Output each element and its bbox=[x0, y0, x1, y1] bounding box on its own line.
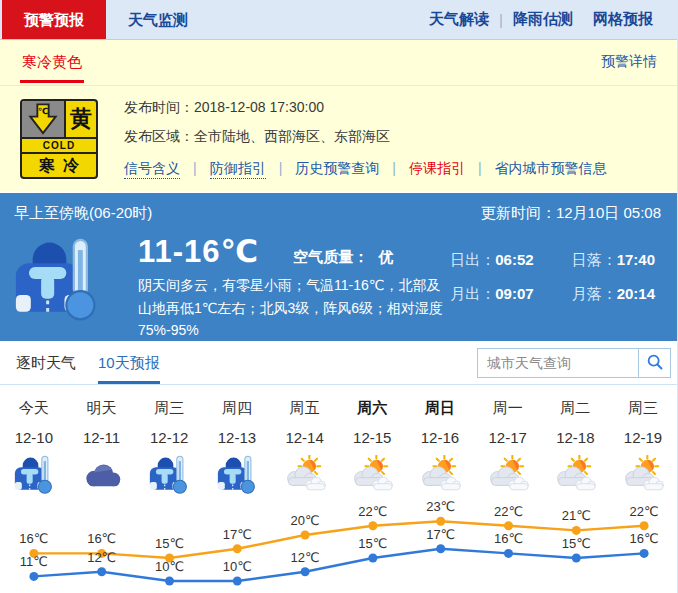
link-separator: | bbox=[478, 160, 482, 176]
svg-text:11℃: 11℃ bbox=[20, 554, 48, 569]
weather-description: 阴天间多云，有零星小雨；气温11-16℃，北部及山地再低1℃左右；北风3级，阵风… bbox=[138, 274, 450, 342]
publish-area-value: 全市陆地、西部海区、东部海区 bbox=[194, 128, 390, 144]
search-button[interactable] bbox=[638, 349, 670, 377]
svg-text:12℃: 12℃ bbox=[87, 550, 116, 565]
sun-moon-times: 日出：06:52 日落：17:40 月出：09:07 月落：20:14 bbox=[450, 251, 655, 342]
day-date: 12-18 bbox=[542, 429, 610, 446]
day-weather-icon bbox=[68, 453, 136, 497]
svg-text:17℃: 17℃ bbox=[426, 527, 455, 542]
forecast-day-column[interactable]: 明天 12-11 bbox=[68, 399, 136, 497]
svg-text:16℃: 16℃ bbox=[87, 531, 116, 546]
day-name: 周日 bbox=[406, 399, 474, 418]
sunset-value: 17:40 bbox=[617, 251, 655, 268]
ten-day-forecast: 今天 12-10 明天 12-11 周三 12-12 bbox=[0, 385, 677, 593]
svg-text:12℃: 12℃ bbox=[291, 550, 320, 565]
warning-links: 信号含义|防御指引|历史预警查询|停课指引|省内城市预警信息 bbox=[124, 160, 607, 178]
forecast-day-column[interactable]: 周日 12-16 bbox=[406, 399, 474, 497]
panel-header: 早上至傍晚(06-20时) 更新时间：12月10日 05:08 bbox=[0, 193, 677, 223]
warning-name: 寒冷 bbox=[22, 154, 96, 179]
warning-sign-top: ℃ 黄 bbox=[22, 101, 96, 139]
svg-text:16℃: 16℃ bbox=[630, 531, 659, 546]
city-search-box bbox=[477, 348, 671, 378]
day-weather-icon bbox=[406, 453, 474, 497]
forecast-day-column[interactable]: 周四 12-13 bbox=[203, 399, 271, 497]
panel-body: 11-16℃ 空气质量：优 阴天间多云，有零星小雨；气温11-16℃，北部及山地… bbox=[0, 223, 677, 342]
day-date: 12-16 bbox=[406, 429, 474, 446]
sunrise-label: 日出： bbox=[450, 251, 495, 268]
svg-text:15℃: 15℃ bbox=[358, 536, 387, 551]
moonrise-value: 09:07 bbox=[495, 285, 533, 302]
moonrise-label: 月出： bbox=[450, 285, 495, 302]
day-date: 12-19 bbox=[609, 429, 677, 446]
temperature-range: 11-16℃ bbox=[138, 233, 259, 270]
link-separator: | bbox=[193, 160, 197, 176]
moonrise-time: 月出：09:07 bbox=[450, 285, 533, 304]
publish-time-label: 发布时间： bbox=[124, 99, 194, 115]
link-separator: | bbox=[392, 160, 396, 176]
day-name: 明天 bbox=[68, 399, 136, 418]
forecast-day-column[interactable]: 周六 12-15 bbox=[338, 399, 406, 497]
forecast-day-column[interactable]: 今天 12-10 bbox=[0, 399, 68, 497]
publish-time-line: 发布时间：2018-12-08 17:30:00 bbox=[124, 99, 607, 117]
tab-ten-day-forecast[interactable]: 10天预报 bbox=[98, 341, 160, 384]
temperature-chart: 16℃16℃15℃17℃20℃22℃23℃22℃21℃22℃11℃12℃10℃1… bbox=[0, 497, 678, 593]
sunset-label: 日落： bbox=[572, 251, 617, 268]
nav-link-rain-estimate[interactable]: 降雨估测 bbox=[513, 10, 573, 29]
day-weather-icon bbox=[542, 453, 610, 497]
nav-separator: | bbox=[499, 11, 503, 28]
svg-text:22℃: 22℃ bbox=[494, 504, 523, 519]
warning-link-class-suspension[interactable]: 停课指引 bbox=[409, 160, 465, 176]
warning-link-defense-guide[interactable]: 防御指引 bbox=[210, 160, 266, 179]
warning-details-link[interactable]: 预警详情 bbox=[601, 53, 657, 71]
nav-tab-warning-forecast[interactable]: 预警预报 bbox=[2, 0, 106, 39]
day-weather-icon bbox=[135, 453, 203, 497]
update-time-label: 更新时间： bbox=[481, 204, 556, 221]
moonset-label: 月落： bbox=[572, 285, 617, 302]
warning-link-province-city-warnings[interactable]: 省内城市预警信息 bbox=[495, 160, 607, 176]
tab-hourly-weather[interactable]: 逐时天气 bbox=[16, 341, 76, 384]
svg-text:15℃: 15℃ bbox=[562, 536, 591, 551]
nav-tab-weather-monitor[interactable]: 天气监测 bbox=[106, 0, 210, 39]
forecast-days: 今天 12-10 明天 12-11 周三 12-12 bbox=[0, 399, 677, 497]
day-name: 周四 bbox=[203, 399, 271, 418]
warning-link-signal-meaning[interactable]: 信号含义 bbox=[124, 160, 180, 179]
day-name: 周三 bbox=[609, 399, 677, 418]
forecast-day-column[interactable]: 周五 12-14 bbox=[271, 399, 339, 497]
publish-area-label: 发布区域： bbox=[124, 128, 194, 144]
svg-text:10℃: 10℃ bbox=[223, 559, 252, 574]
moonset-value: 20:14 bbox=[617, 285, 655, 302]
warning-header: 寒冷黄色 预警详情 bbox=[0, 40, 677, 86]
day-date: 12-17 bbox=[474, 429, 542, 446]
search-icon bbox=[646, 353, 664, 374]
cold-warning-sign-icon: ℃ 黄 COLD 寒冷 bbox=[20, 99, 98, 179]
warning-link-history-query[interactable]: 历史预警查询 bbox=[295, 160, 379, 176]
sunset-time: 日落：17:40 bbox=[572, 251, 655, 270]
link-separator: | bbox=[279, 160, 283, 176]
publish-area-line: 发布区域：全市陆地、西部海区、东部海区 bbox=[124, 128, 607, 146]
forecast-day-column[interactable]: 周一 12-17 bbox=[474, 399, 542, 497]
city-search-input[interactable] bbox=[478, 349, 638, 377]
warning-section: 寒冷黄色 预警详情 ℃ 黄 COLD 寒冷 发布时间：2018-12 bbox=[0, 40, 677, 191]
day-name: 周三 bbox=[135, 399, 203, 418]
air-quality-value: 优 bbox=[378, 248, 393, 265]
day-weather-icon bbox=[0, 453, 68, 497]
svg-text:16℃: 16℃ bbox=[19, 531, 48, 546]
warning-body: ℃ 黄 COLD 寒冷 发布时间：2018-12-08 17:30:00 发布区… bbox=[0, 86, 677, 179]
day-name: 周二 bbox=[542, 399, 610, 418]
cold-weather-icon bbox=[10, 237, 104, 329]
warning-level-char: 黄 bbox=[66, 101, 96, 137]
nav-link-grid-forecast[interactable]: 网格预报 bbox=[593, 10, 653, 29]
day-date: 12-15 bbox=[338, 429, 406, 446]
svg-text:22℃: 22℃ bbox=[358, 504, 387, 519]
nav-link-weather-interpretation[interactable]: 天气解读 bbox=[429, 10, 489, 29]
forecast-day-column[interactable]: 周二 12-18 bbox=[542, 399, 610, 497]
svg-text:17℃: 17℃ bbox=[223, 527, 252, 542]
day-date: 12-14 bbox=[271, 429, 339, 446]
update-time-value: 12月10日 05:08 bbox=[556, 204, 661, 221]
forecast-day-column[interactable]: 周三 12-12 bbox=[135, 399, 203, 497]
day-date: 12-12 bbox=[135, 429, 203, 446]
day-date: 12-13 bbox=[203, 429, 271, 446]
day-weather-icon bbox=[338, 453, 406, 497]
svg-text:23℃: 23℃ bbox=[426, 499, 455, 514]
forecast-day-column[interactable]: 周三 12-19 bbox=[609, 399, 677, 497]
